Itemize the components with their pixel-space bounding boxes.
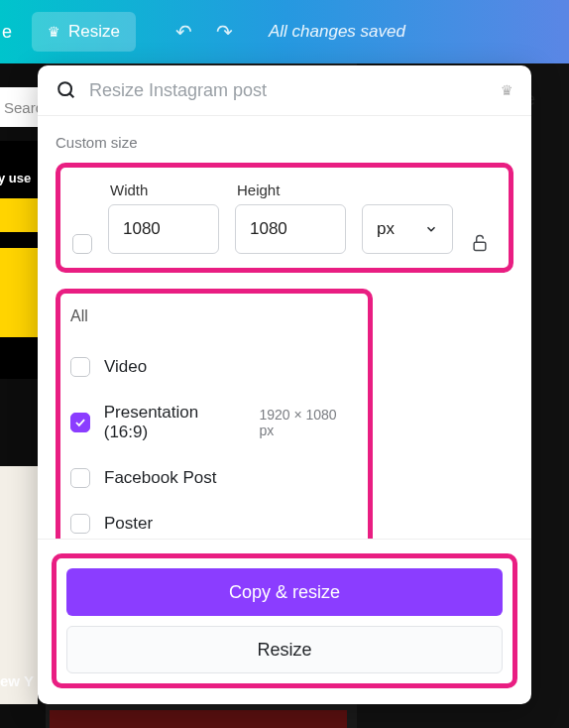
top-toolbar: e ♛ Resize ↶ ↷ All changes saved: [0, 0, 569, 63]
bg-thumb-1-text: y use: [0, 171, 31, 185]
bg-thumb-2: [0, 466, 38, 704]
svg-line-1: [69, 93, 73, 97]
resize-popover: ♛ Custom size Width Height: [38, 65, 531, 704]
type-label: Poster: [104, 514, 153, 534]
type-dims: 1920 × 1080 px: [259, 407, 354, 438]
bg-thumb-1-yellow: [0, 198, 38, 232]
toolbar-left-fragment: e: [2, 22, 12, 43]
type-row-presentation[interactable]: Presentation (16:9) 1920 × 1080 px: [70, 403, 354, 442]
height-input[interactable]: [235, 204, 346, 254]
type-checkbox[interactable]: [70, 413, 90, 432]
resize-search-row: ♛: [38, 65, 531, 116]
resize-search-input[interactable]: [89, 80, 489, 101]
undo-redo-group: ↶ ↷: [175, 20, 233, 44]
redo-icon[interactable]: ↷: [216, 20, 233, 44]
height-label: Height: [237, 182, 346, 198]
unit-select[interactable]: px: [362, 204, 453, 254]
type-label: Presentation (16:9): [104, 403, 246, 442]
custom-size-label: Custom size: [56, 134, 513, 151]
type-list: All Video Presentation (16:9) 1920 × 108…: [70, 307, 354, 534]
type-row-video[interactable]: Video: [70, 357, 354, 377]
unit-spacer: [364, 182, 453, 198]
svg-point-0: [58, 82, 71, 95]
bg-thumb-1-yellow2: [0, 248, 38, 337]
custom-size-highlight: Width Height px: [56, 163, 513, 273]
bg-canvas-strip: [50, 710, 347, 728]
search-icon: [56, 79, 77, 101]
width-input[interactable]: [108, 204, 219, 254]
type-label: Facebook Post: [104, 468, 216, 488]
lock-aspect-toggle[interactable]: [469, 232, 491, 254]
chevron-down-icon: [424, 222, 438, 236]
type-row-poster[interactable]: Poster: [70, 514, 354, 534]
type-row-facebook-post[interactable]: Facebook Post: [70, 468, 354, 488]
resize-only-button[interactable]: Resize: [66, 626, 503, 673]
copy-and-resize-button[interactable]: Copy & resize: [66, 568, 503, 616]
type-label: Video: [104, 357, 147, 377]
all-label: All: [70, 307, 354, 325]
undo-icon[interactable]: ↶: [175, 20, 192, 44]
resize-button-label: Resize: [68, 22, 120, 42]
type-checkbox[interactable]: [70, 514, 90, 534]
bg-thumb-2-text: ew Y: [0, 672, 34, 689]
type-checkbox[interactable]: [70, 468, 90, 488]
custom-size-checkbox[interactable]: [72, 234, 92, 254]
width-label: Width: [110, 182, 219, 198]
actions-highlight: Copy & resize Resize: [52, 553, 517, 688]
type-list-highlight: All Video Presentation (16:9) 1920 × 108…: [56, 289, 373, 539]
crown-icon: ♛: [48, 24, 60, 40]
crown-icon: ♛: [501, 82, 513, 98]
save-status: All changes saved: [269, 22, 405, 42]
resize-scroll-area[interactable]: Custom size Width Height: [38, 116, 531, 539]
resize-actions: Copy & resize Resize: [38, 539, 531, 704]
unit-value: px: [377, 219, 395, 239]
resize-button[interactable]: ♛ Resize: [32, 12, 136, 52]
type-checkbox[interactable]: [70, 357, 90, 377]
svg-rect-2: [474, 242, 486, 250]
